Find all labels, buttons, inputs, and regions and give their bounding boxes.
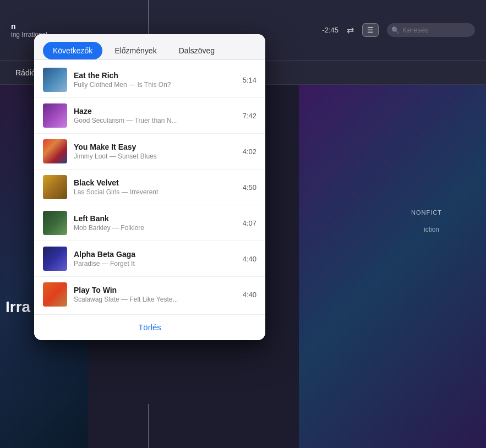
song-duration-7: 4:40 — [243, 291, 256, 299]
song-info-5: Left Bank Mob Barkley — Folklore — [74, 214, 236, 232]
album-thumb-1 — [43, 68, 67, 92]
album-thumb-2 — [43, 103, 67, 128]
repeat-icon[interactable]: ⇄ — [347, 25, 354, 35]
song-duration-4: 4:50 — [243, 183, 256, 192]
connector-line-top — [148, 0, 149, 34]
album-thumb-5 — [43, 211, 67, 235]
right-iction-label: iction — [424, 226, 439, 233]
song-info-7: Play To Win Scalawag Slate — Felt Like Y… — [74, 286, 236, 303]
song-title-1: Eat the Rich — [74, 71, 236, 80]
song-info-2: Haze Good Secularism — Truer than N... — [74, 107, 236, 124]
clear-button-wrap: Törlés — [34, 314, 265, 340]
album-thumb-3 — [43, 139, 67, 163]
song-title-5: Left Bank — [74, 214, 236, 223]
tab-queue[interactable]: Következők — [43, 42, 102, 59]
song-title-3: You Make It Easy — [74, 143, 236, 151]
song-info-3: You Make It Easy Jimmy Loot — Sunset Blu… — [74, 143, 236, 160]
search-input[interactable] — [387, 23, 475, 37]
app-name: n — [11, 22, 322, 31]
song-title-2: Haze — [74, 107, 236, 116]
song-duration-5: 4:07 — [243, 219, 256, 227]
song-item-6[interactable]: Alpha Beta Gaga Paradise — Forget It 4:4… — [34, 241, 265, 277]
left-artist-text: Irra — [6, 298, 30, 316]
song-subtitle-4: Las Social Girls — Irreverent — [74, 188, 236, 196]
tab-history[interactable]: Előzmények — [105, 42, 166, 59]
list-icon: ☰ — [367, 26, 374, 34]
clear-queue-button[interactable]: Törlés — [138, 323, 161, 332]
popup-panel: Következők Előzmények Dalszöveg Eat the … — [34, 34, 265, 340]
tab-lyrics[interactable]: Dalszöveg — [169, 42, 225, 59]
song-subtitle-2: Good Secularism — Truer than N... — [74, 117, 236, 124]
song-title-6: Alpha Beta Gaga — [74, 250, 236, 259]
song-info-1: Eat the Rich Fully Clothed Men — Is This… — [74, 71, 236, 89]
queue-list-button[interactable]: ☰ — [362, 23, 379, 37]
song-title-7: Play To Win — [74, 286, 236, 294]
song-subtitle-3: Jimmy Loot — Sunset Blues — [74, 152, 236, 160]
album-thumb-7 — [43, 282, 67, 307]
search-wrap: 🔍 — [387, 23, 475, 37]
song-item-5[interactable]: Left Bank Mob Barkley — Folklore 4:07 — [34, 205, 265, 241]
album-thumb-6 — [43, 247, 67, 271]
song-item-2[interactable]: Haze Good Secularism — Truer than N... 7… — [34, 98, 265, 134]
bg-album-right — [299, 85, 486, 448]
song-duration-2: 7:42 — [243, 112, 256, 120]
song-subtitle-1: Fully Clothed Men — Is This On? — [74, 81, 236, 89]
song-duration-3: 4:02 — [243, 147, 256, 156]
song-item-1[interactable]: Eat the Rich Fully Clothed Men — Is This… — [34, 62, 265, 98]
connector-line-bottom — [148, 404, 149, 448]
top-bar-controls: -2:45 ⇄ ☰ 🔍 — [322, 23, 475, 37]
song-duration-1: 5:14 — [243, 76, 256, 84]
song-list: Eat the Rich Fully Clothed Men — Is This… — [34, 60, 265, 314]
song-subtitle-6: Paradise — Forget It — [74, 260, 236, 267]
album-thumb-4 — [43, 175, 67, 199]
song-item-3[interactable]: You Make It Easy Jimmy Loot — Sunset Blu… — [34, 134, 265, 170]
song-title-4: Black Velvet — [74, 178, 236, 187]
song-info-6: Alpha Beta Gaga Paradise — Forget It — [74, 250, 236, 267]
song-subtitle-7: Scalawag Slate — Felt Like Yeste... — [74, 296, 236, 303]
song-item-7[interactable]: Play To Win Scalawag Slate — Felt Like Y… — [34, 277, 265, 312]
song-subtitle-5: Mob Barkley — Folklore — [74, 224, 236, 232]
time-display: -2:45 — [322, 26, 338, 34]
popup-tabs: Következők Előzmények Dalszöveg — [34, 34, 265, 60]
song-info-4: Black Velvet Las Social Girls — Irrevere… — [74, 178, 236, 196]
song-duration-6: 4:40 — [243, 255, 256, 263]
song-item-4[interactable]: Black Velvet Las Social Girls — Irrevere… — [34, 170, 265, 205]
right-nonfiction-label: NONFICT — [411, 209, 442, 216]
